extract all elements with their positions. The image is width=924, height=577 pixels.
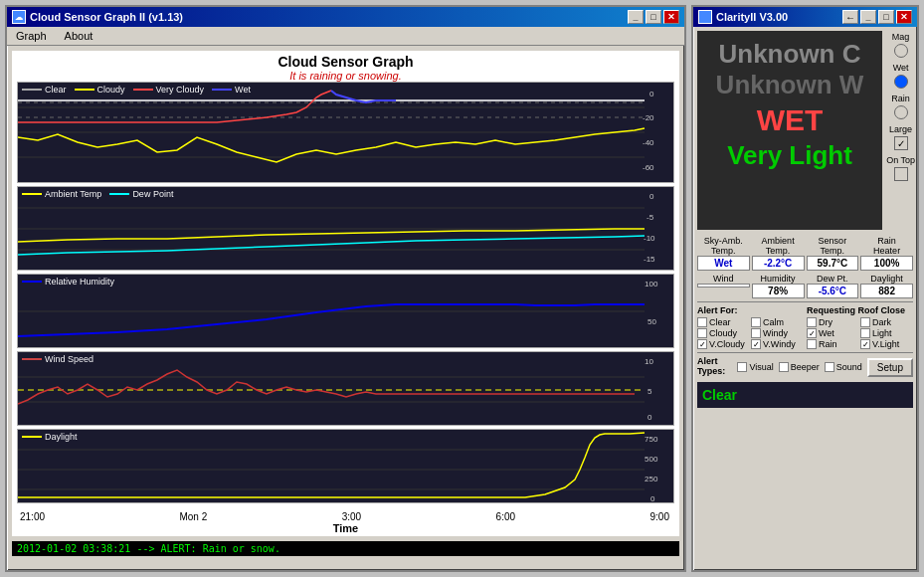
mag-circle [894, 44, 908, 58]
alert-bar: 2012-01-02 03:38:21 --> ALERT: Rain or s… [12, 541, 679, 556]
svg-text:-5: -5 [647, 213, 654, 222]
rain-circle [894, 105, 908, 119]
menu-graph[interactable]: Graph [12, 29, 51, 43]
cb-vwindy: V.Windy [751, 339, 804, 349]
rain-indicator: Rain [886, 94, 915, 119]
alert-types-label: Alert Types: [697, 356, 732, 376]
large-checkbox[interactable]: ✓ [894, 136, 908, 150]
daylight-value: 882 [860, 284, 913, 298]
cb-rain: Rain [807, 339, 859, 349]
cb-dark-box[interactable] [860, 317, 870, 327]
wind-legend: Wind Speed [22, 354, 93, 364]
cb-sound-box[interactable] [825, 362, 834, 372]
svg-text:0: 0 [649, 90, 654, 98]
legend-very-cloudy: Very Cloudy [133, 85, 205, 95]
sensor-temp-value: 59.7°C [807, 256, 859, 271]
svg-text:-10: -10 [644, 234, 655, 243]
cb-wet: Wet [807, 328, 859, 338]
clarity-close[interactable]: ✕ [896, 10, 912, 24]
minimize-button[interactable]: _ [628, 10, 644, 24]
svg-text:750: 750 [645, 435, 658, 444]
humidity-cell: Humidity 78% [752, 274, 805, 298]
cb-vcloudy-box[interactable] [697, 339, 707, 349]
daylight-graph-svg: 750 500 250 0 [18, 430, 673, 503]
daylight-cell: Daylight 882 [860, 274, 913, 298]
close-button[interactable]: ✕ [663, 10, 679, 24]
cb-vcloudy: V.Cloudy [697, 339, 750, 349]
rain-heater-value: 100% [860, 256, 913, 271]
svg-text:100: 100 [645, 280, 658, 288]
wind-graph-panel: Wind Speed 10 5 0 [17, 351, 674, 426]
cb-visual: Visual [737, 362, 773, 372]
alert-for-title: Alert For: [697, 305, 804, 315]
temp-legend: Ambient Temp Dew Point [22, 189, 173, 199]
status-wet: WET [702, 100, 877, 139]
cb-clear-box[interactable] [697, 317, 707, 327]
cb-beeper-box[interactable] [779, 362, 789, 372]
svg-text:500: 500 [645, 455, 658, 464]
divider2 [697, 352, 913, 353]
main-title: Cloud Sensor Graph II (v1.13) [30, 11, 183, 23]
clarity-minimize[interactable]: _ [860, 10, 876, 24]
humidity-graph-svg: 100 50 [18, 275, 673, 348]
wet-circle [894, 75, 908, 89]
legend-dewpoint: Dew Point [109, 189, 173, 199]
time-tick-row: 21:00 Mon 2 3:00 6:00 9:00 [12, 511, 679, 522]
legend-cloudy: Cloudy [75, 85, 125, 95]
clarity-window: ClarityII V3.00 ← _ □ ✕ Unknown C Unknow… [691, 5, 919, 572]
svg-text:0: 0 [649, 192, 654, 201]
dewpt-cell: Dew Pt. -5.6°C [807, 274, 859, 298]
legend-daylight: Daylight [22, 432, 78, 442]
alert-types-section: Alert Types: Visual Beeper Sound Setup [697, 356, 913, 378]
requesting-roof-section: Requesting Roof Close Dry Dark Wet Light [807, 305, 913, 349]
menu-about[interactable]: About [61, 29, 97, 43]
status-display: Unknown C Unknown W WET Very Light [697, 31, 882, 230]
clear-status-area: Clear [697, 382, 913, 408]
svg-text:0: 0 [647, 413, 652, 422]
status-unknown-w: Unknown W [702, 70, 877, 100]
graph-area: Cloud Sensor Graph It is raining or snow… [12, 51, 679, 536]
cb-windy-box[interactable] [751, 328, 761, 338]
titlebar-buttons: _ □ ✕ [628, 10, 679, 24]
cb-wet-box[interactable] [807, 328, 817, 338]
main-window: ☁ Cloud Sensor Graph II (v1.13) _ □ ✕ Gr… [5, 5, 686, 572]
app-icon: ☁ [12, 10, 26, 24]
legend-wet: Wet [212, 85, 251, 95]
ambient-temp-cell: AmbientTemp. -2.2°C [752, 236, 805, 271]
sky-amb-value: Wet [697, 256, 750, 271]
data-grid-row1: Sky-Amb.Temp. Wet AmbientTemp. -2.2°C Se… [697, 236, 913, 271]
cb-visual-box[interactable] [737, 362, 747, 372]
mag-indicator: Mag [886, 32, 915, 58]
cb-cloudy: Cloudy [697, 328, 750, 338]
cb-vwindy-box[interactable] [751, 339, 761, 349]
cb-calm: Calm [751, 317, 804, 327]
dewpt-value: -5.6°C [807, 284, 859, 298]
cb-vlight-box[interactable] [860, 339, 870, 349]
cb-cloudy-box[interactable] [697, 328, 707, 338]
cb-sound: Sound [825, 362, 862, 372]
clarity-icon [698, 10, 712, 24]
clarity-btn1[interactable]: ← [842, 10, 858, 24]
clarity-title: ClarityII V3.00 [716, 11, 788, 23]
svg-text:-40: -40 [643, 138, 654, 147]
wind-cell: Wind [697, 274, 750, 298]
cloud-graph-panel: Clear Cloudy Very Cloudy Wet [17, 82, 674, 183]
setup-button[interactable]: Setup [867, 358, 913, 377]
graph-title-area: Cloud Sensor Graph It is raining or snow… [12, 51, 679, 82]
right-indicators: Mag Wet Rain Large ✓ On Top [886, 32, 915, 181]
cb-rain-box[interactable] [807, 339, 817, 349]
graph-main-title: Cloud Sensor Graph [12, 54, 679, 70]
cb-dry-box[interactable] [807, 317, 817, 327]
ontop-checkbox[interactable] [894, 167, 908, 181]
cb-windy: Windy [751, 328, 804, 338]
alert-text: 2012-01-02 03:38:21 --> ALERT: Rain or s… [17, 543, 280, 554]
cb-light-box[interactable] [860, 328, 870, 338]
clarity-maximize[interactable]: □ [878, 10, 894, 24]
cb-dark: Dark [860, 317, 913, 327]
maximize-button[interactable]: □ [646, 10, 661, 24]
svg-rect-22 [18, 352, 659, 426]
clear-status: Clear [702, 387, 737, 403]
cb-clear: Clear [697, 317, 750, 327]
cb-calm-box[interactable] [751, 317, 761, 327]
data-section: Sky-Amb.Temp. Wet AmbientTemp. -2.2°C Se… [697, 236, 913, 298]
